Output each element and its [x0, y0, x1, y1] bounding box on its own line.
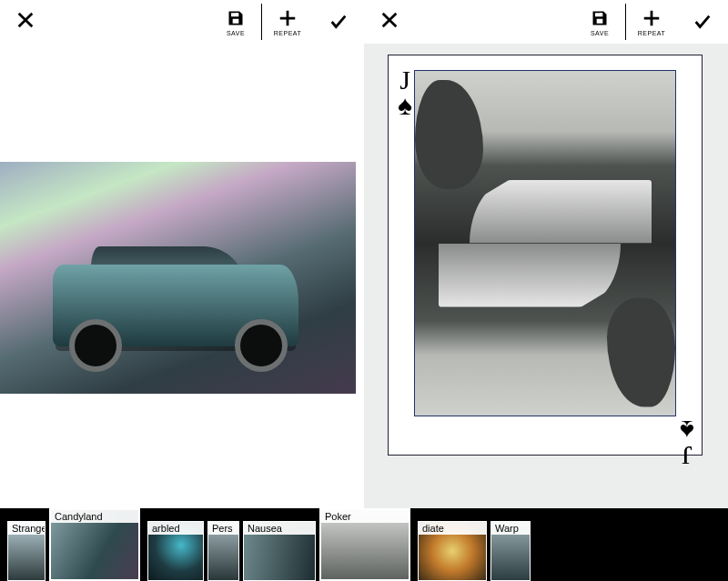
card-corner-top: J ♠ [398, 66, 412, 119]
plus-icon [642, 8, 662, 28]
filter-thumb-label: Poker [321, 510, 409, 523]
filter-thumb-arbled[interactable]: arbled [147, 521, 204, 581]
repeat-label: REPEAT [274, 30, 302, 36]
filter-thumb-pers[interactable]: Pers [207, 521, 239, 581]
confirm-button-right[interactable] [677, 0, 728, 44]
filter-thumb-label: arbled [148, 522, 203, 535]
svg-rect-1 [600, 13, 602, 15]
filter-thumb-label: Warp [491, 522, 530, 535]
close-button-right[interactable] [364, 10, 415, 34]
card-image [414, 70, 676, 416]
filter-thumb-label: Pers [208, 522, 238, 535]
filter-strip[interactable]: StrangeCandylandarbledPersNauseaPokerdia… [0, 508, 728, 581]
save-button-left[interactable]: SAVE [210, 0, 261, 44]
poker-card: J ♠ J ♠ [388, 55, 703, 456]
save-icon [590, 8, 610, 28]
preview-area: J ♠ J ♠ [0, 44, 728, 508]
filter-thumb-label: Nausea [244, 522, 315, 535]
filter-thumb-label: Candyland [51, 510, 138, 523]
toolbar-left: SAVE REPEAT [0, 0, 364, 44]
spade-icon: ♠ [398, 92, 412, 119]
save-icon [226, 8, 246, 28]
preview-right[interactable]: J ♠ J ♠ [364, 44, 728, 508]
save-button-right[interactable]: SAVE [574, 0, 625, 44]
repeat-button-left[interactable]: REPEAT [262, 0, 313, 44]
toolbar: SAVE REPEAT [0, 0, 728, 44]
filter-thumb-strange[interactable]: Strange [7, 521, 46, 581]
filter-thumb-candyland[interactable]: Candyland [49, 508, 140, 581]
filter-thumb-warp[interactable]: Warp [490, 521, 531, 581]
close-button-left[interactable] [0, 10, 51, 34]
check-icon [329, 12, 349, 32]
plus-icon [278, 8, 298, 28]
card-corner-bottom: J ♠ [680, 416, 694, 469]
filter-thumb-label: diate [419, 522, 486, 535]
save-label: SAVE [591, 30, 609, 36]
confirm-button-left[interactable] [313, 0, 364, 44]
close-icon [379, 10, 399, 34]
repeat-button-right[interactable]: REPEAT [626, 0, 677, 44]
repeat-label: REPEAT [638, 30, 666, 36]
svg-rect-0 [236, 13, 238, 15]
filter-thumb-nausea[interactable]: Nausea [243, 521, 316, 581]
spade-icon: ♠ [680, 416, 694, 444]
toolbar-right: SAVE REPEAT [364, 0, 728, 44]
card-rank: J [680, 442, 694, 469]
filter-thumb-label: Strange [8, 522, 45, 535]
close-icon [15, 10, 35, 34]
preview-image-candyland [0, 162, 356, 394]
filter-thumb-poker[interactable]: Poker [319, 508, 410, 581]
preview-left[interactable] [0, 44, 364, 508]
filter-thumb-diate[interactable]: diate [418, 521, 487, 581]
check-icon [693, 12, 713, 32]
save-label: SAVE [227, 30, 245, 36]
